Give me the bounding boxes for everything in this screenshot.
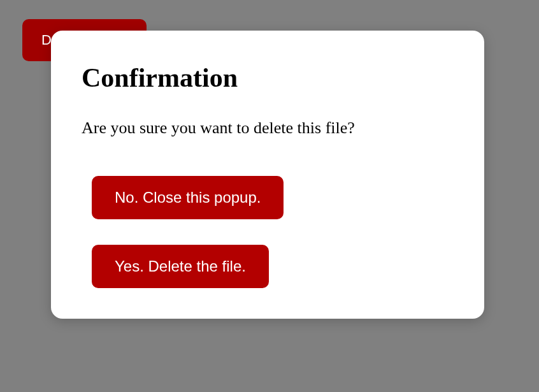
confirm-button[interactable]: Yes. Delete the file.: [92, 245, 269, 288]
cancel-button[interactable]: No. Close this popup.: [92, 176, 284, 219]
dialog-title: Confirmation: [82, 62, 454, 93]
dialog-actions: No. Close this popup. Yes. Delete the fi…: [82, 176, 454, 288]
dialog-message: Are you sure you want to delete this fil…: [82, 119, 454, 138]
confirmation-dialog: Confirmation Are you sure you want to de…: [51, 31, 484, 319]
